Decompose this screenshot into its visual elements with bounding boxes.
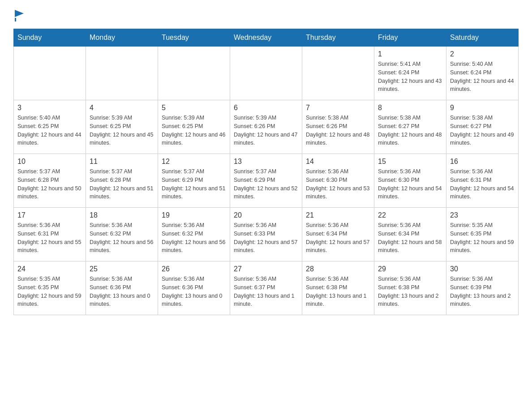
day-info: Sunrise: 5:36 AMSunset: 6:31 PMDaylight:… <box>17 221 82 255</box>
weekday-header-saturday: Saturday <box>446 29 519 47</box>
calendar-week-row: 17Sunrise: 5:36 AMSunset: 6:31 PMDayligh… <box>14 208 519 261</box>
day-info: Sunrise: 5:36 AMSunset: 6:34 PMDaylight:… <box>306 221 370 255</box>
calendar-cell: 6Sunrise: 5:39 AMSunset: 6:26 PMDaylight… <box>230 100 302 154</box>
calendar-cell: 1Sunrise: 5:41 AMSunset: 6:24 PMDaylight… <box>374 47 446 100</box>
calendar-cell: 28Sunrise: 5:36 AMSunset: 6:38 PMDayligh… <box>302 261 374 315</box>
calendar-cell: 4Sunrise: 5:39 AMSunset: 6:25 PMDaylight… <box>86 100 158 154</box>
day-info: Sunrise: 5:36 AMSunset: 6:30 PMDaylight:… <box>306 167 370 201</box>
calendar-cell: 22Sunrise: 5:36 AMSunset: 6:34 PMDayligh… <box>374 208 446 261</box>
day-info: Sunrise: 5:39 AMSunset: 6:26 PMDaylight:… <box>234 114 298 147</box>
day-number: 17 <box>17 211 82 219</box>
logo-flag-icon <box>15 10 24 21</box>
day-info: Sunrise: 5:36 AMSunset: 6:31 PMDaylight:… <box>450 167 515 201</box>
day-info: Sunrise: 5:36 AMSunset: 6:38 PMDaylight:… <box>306 275 370 308</box>
day-info: Sunrise: 5:36 AMSunset: 6:33 PMDaylight:… <box>234 221 298 255</box>
calendar-cell: 5Sunrise: 5:39 AMSunset: 6:25 PMDaylight… <box>158 100 230 154</box>
calendar-cell: 26Sunrise: 5:36 AMSunset: 6:36 PMDayligh… <box>158 261 230 315</box>
day-info: Sunrise: 5:39 AMSunset: 6:25 PMDaylight:… <box>90 114 154 147</box>
day-number: 30 <box>450 265 515 273</box>
day-number: 26 <box>162 265 226 273</box>
day-number: 9 <box>450 104 515 112</box>
day-number: 4 <box>90 104 154 112</box>
calendar-week-row: 24Sunrise: 5:35 AMSunset: 6:35 PMDayligh… <box>14 261 519 315</box>
calendar-cell <box>302 47 374 100</box>
calendar-table: SundayMondayTuesdayWednesdayThursdayFrid… <box>13 29 519 315</box>
calendar-cell: 17Sunrise: 5:36 AMSunset: 6:31 PMDayligh… <box>14 208 86 261</box>
day-number: 11 <box>90 158 154 166</box>
calendar-cell: 23Sunrise: 5:35 AMSunset: 6:35 PMDayligh… <box>446 208 519 261</box>
page-header <box>13 9 519 20</box>
calendar-cell: 3Sunrise: 5:40 AMSunset: 6:25 PMDaylight… <box>14 100 86 154</box>
day-info: Sunrise: 5:37 AMSunset: 6:29 PMDaylight:… <box>162 167 226 201</box>
day-info: Sunrise: 5:37 AMSunset: 6:28 PMDaylight:… <box>17 167 82 201</box>
day-info: Sunrise: 5:38 AMSunset: 6:27 PMDaylight:… <box>378 114 442 147</box>
day-number: 24 <box>17 265 82 273</box>
day-number: 6 <box>234 104 298 112</box>
weekday-header-thursday: Thursday <box>302 29 374 47</box>
day-info: Sunrise: 5:35 AMSunset: 6:35 PMDaylight:… <box>450 221 515 255</box>
day-info: Sunrise: 5:36 AMSunset: 6:32 PMDaylight:… <box>90 221 154 255</box>
calendar-cell: 24Sunrise: 5:35 AMSunset: 6:35 PMDayligh… <box>14 261 86 315</box>
day-number: 7 <box>306 104 370 112</box>
weekday-header-row: SundayMondayTuesdayWednesdayThursdayFrid… <box>14 29 519 47</box>
calendar-cell: 11Sunrise: 5:37 AMSunset: 6:28 PMDayligh… <box>86 154 158 208</box>
day-number: 21 <box>306 211 370 219</box>
day-number: 19 <box>162 211 226 219</box>
day-number: 22 <box>378 211 442 219</box>
day-info: Sunrise: 5:37 AMSunset: 6:28 PMDaylight:… <box>90 167 154 201</box>
day-number: 16 <box>450 158 515 166</box>
day-info: Sunrise: 5:36 AMSunset: 6:37 PMDaylight:… <box>234 275 298 308</box>
calendar-cell: 30Sunrise: 5:36 AMSunset: 6:39 PMDayligh… <box>446 261 519 315</box>
day-number: 15 <box>378 158 442 166</box>
calendar-cell: 8Sunrise: 5:38 AMSunset: 6:27 PMDaylight… <box>374 100 446 154</box>
calendar-cell: 19Sunrise: 5:36 AMSunset: 6:32 PMDayligh… <box>158 208 230 261</box>
day-number: 10 <box>17 158 82 166</box>
weekday-header-tuesday: Tuesday <box>158 29 230 47</box>
day-info: Sunrise: 5:36 AMSunset: 6:32 PMDaylight:… <box>162 221 226 255</box>
day-info: Sunrise: 5:41 AMSunset: 6:24 PMDaylight:… <box>378 60 442 94</box>
day-info: Sunrise: 5:40 AMSunset: 6:25 PMDaylight:… <box>17 114 82 147</box>
day-info: Sunrise: 5:38 AMSunset: 6:27 PMDaylight:… <box>450 114 515 147</box>
calendar-cell: 13Sunrise: 5:37 AMSunset: 6:29 PMDayligh… <box>230 154 302 208</box>
calendar-cell: 18Sunrise: 5:36 AMSunset: 6:32 PMDayligh… <box>86 208 158 261</box>
weekday-header-friday: Friday <box>374 29 446 47</box>
calendar-cell: 20Sunrise: 5:36 AMSunset: 6:33 PMDayligh… <box>230 208 302 261</box>
day-info: Sunrise: 5:36 AMSunset: 6:39 PMDaylight:… <box>450 275 515 308</box>
day-info: Sunrise: 5:36 AMSunset: 6:36 PMDaylight:… <box>162 275 226 308</box>
day-info: Sunrise: 5:36 AMSunset: 6:36 PMDaylight:… <box>90 275 154 308</box>
day-info: Sunrise: 5:36 AMSunset: 6:38 PMDaylight:… <box>378 275 442 308</box>
day-number: 2 <box>450 50 515 58</box>
calendar-cell: 27Sunrise: 5:36 AMSunset: 6:37 PMDayligh… <box>230 261 302 315</box>
day-info: Sunrise: 5:37 AMSunset: 6:29 PMDaylight:… <box>234 167 298 201</box>
day-number: 28 <box>306 265 370 273</box>
logo <box>13 9 24 20</box>
calendar-week-row: 3Sunrise: 5:40 AMSunset: 6:25 PMDaylight… <box>14 100 519 154</box>
calendar-cell: 7Sunrise: 5:38 AMSunset: 6:26 PMDaylight… <box>302 100 374 154</box>
calendar-cell <box>14 47 86 100</box>
day-info: Sunrise: 5:39 AMSunset: 6:25 PMDaylight:… <box>162 114 226 147</box>
day-number: 5 <box>162 104 226 112</box>
calendar-week-row: 1Sunrise: 5:41 AMSunset: 6:24 PMDaylight… <box>14 47 519 100</box>
weekday-header-monday: Monday <box>86 29 158 47</box>
day-number: 8 <box>378 104 442 112</box>
day-number: 29 <box>378 265 442 273</box>
day-number: 13 <box>234 158 298 166</box>
calendar-cell: 10Sunrise: 5:37 AMSunset: 6:28 PMDayligh… <box>14 154 86 208</box>
calendar-week-row: 10Sunrise: 5:37 AMSunset: 6:28 PMDayligh… <box>14 154 519 208</box>
day-number: 1 <box>378 50 442 58</box>
day-number: 14 <box>306 158 370 166</box>
svg-rect-1 <box>15 18 16 21</box>
calendar-cell <box>230 47 302 100</box>
calendar-cell: 2Sunrise: 5:40 AMSunset: 6:24 PMDaylight… <box>446 47 519 100</box>
weekday-header-wednesday: Wednesday <box>230 29 302 47</box>
svg-marker-0 <box>15 10 24 17</box>
calendar-cell: 15Sunrise: 5:36 AMSunset: 6:30 PMDayligh… <box>374 154 446 208</box>
weekday-header-sunday: Sunday <box>14 29 86 47</box>
day-number: 23 <box>450 211 515 219</box>
calendar-cell: 16Sunrise: 5:36 AMSunset: 6:31 PMDayligh… <box>446 154 519 208</box>
day-number: 3 <box>17 104 82 112</box>
day-info: Sunrise: 5:38 AMSunset: 6:26 PMDaylight:… <box>306 114 370 147</box>
day-number: 12 <box>162 158 226 166</box>
day-info: Sunrise: 5:40 AMSunset: 6:24 PMDaylight:… <box>450 60 515 94</box>
day-number: 20 <box>234 211 298 219</box>
